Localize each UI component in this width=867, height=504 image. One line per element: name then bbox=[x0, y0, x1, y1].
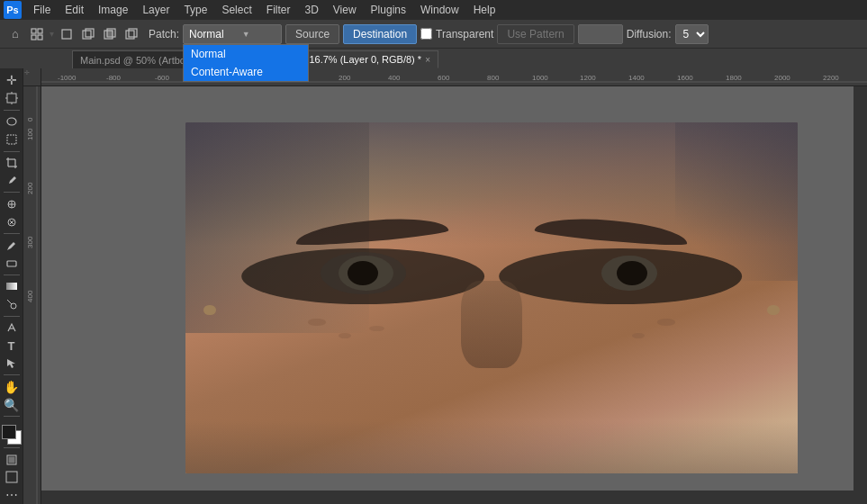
svg-rect-18 bbox=[7, 135, 16, 144]
source-button[interactable]: Source bbox=[285, 24, 339, 44]
gradient-tool[interactable] bbox=[2, 278, 22, 295]
screen-mode-icon[interactable] bbox=[2, 469, 22, 486]
pen-tool[interactable] bbox=[2, 320, 22, 337]
svg-rect-28 bbox=[7, 261, 16, 266]
diffusion-select[interactable]: 5 1 2 3 4 6 7 bbox=[675, 24, 709, 44]
move-tool[interactable]: ✛ bbox=[2, 72, 22, 89]
ruler-vertical: 0 100 200 300 400 bbox=[23, 86, 41, 504]
svg-rect-12 bbox=[7, 94, 16, 103]
menu-layer[interactable]: Layer bbox=[136, 2, 176, 18]
menu-file[interactable]: File bbox=[27, 2, 57, 18]
svg-text:200: 200 bbox=[339, 74, 351, 82]
pattern-swatch[interactable] bbox=[578, 24, 623, 44]
svg-text:1600: 1600 bbox=[677, 74, 693, 82]
dropdown-option-normal[interactable]: Normal bbox=[184, 45, 308, 63]
marquee-tool[interactable] bbox=[2, 131, 22, 148]
home-icon[interactable]: ⌂ bbox=[5, 24, 25, 44]
svg-text:0: 0 bbox=[26, 117, 34, 122]
toolbar-divider-9 bbox=[4, 447, 20, 448]
svg-rect-0 bbox=[32, 29, 36, 33]
canvas-image-area[interactable] bbox=[41, 86, 867, 504]
zoom-tool[interactable]: 🔍 bbox=[2, 396, 22, 413]
options-bar: ⌂ ▾ bbox=[0, 20, 867, 49]
vertical-scrollbar[interactable] bbox=[853, 86, 867, 504]
svg-rect-29 bbox=[6, 283, 17, 290]
ruler-horizontal: -1000 -800 -600 -400 -200 0 200 400 600 … bbox=[41, 68, 867, 86]
more-options-btn[interactable]: ⋯ bbox=[2, 487, 22, 504]
toolbar-divider-2 bbox=[4, 151, 20, 152]
canvas-content bbox=[185, 122, 798, 473]
canvas-area[interactable]: ✛ -1000 -800 -600 -400 -200 0 200 400 60… bbox=[23, 68, 867, 504]
eraser-tool[interactable] bbox=[2, 255, 22, 272]
lasso-tool[interactable] bbox=[2, 113, 22, 130]
svg-text:100: 100 bbox=[26, 128, 34, 140]
tab-dog-close[interactable]: × bbox=[425, 55, 430, 65]
toolbar-divider-7 bbox=[4, 374, 20, 375]
menu-select[interactable]: Select bbox=[215, 2, 257, 18]
transparent-label: Transparent bbox=[436, 28, 493, 40]
menu-type[interactable]: Type bbox=[177, 2, 213, 18]
patch-dropdown-container: Normal ▼ Normal Content-Aware bbox=[183, 24, 282, 44]
path-selection-tool[interactable] bbox=[2, 356, 22, 373]
eyedropper-tool[interactable] bbox=[2, 172, 22, 189]
patch-label: Patch: bbox=[149, 28, 179, 40]
quick-mask-icon[interactable] bbox=[2, 451, 22, 468]
svg-text:2200: 2200 bbox=[823, 74, 839, 82]
svg-text:-600: -600 bbox=[155, 74, 170, 82]
brush-tool[interactable] bbox=[2, 237, 22, 254]
horizontal-scrollbar[interactable] bbox=[41, 490, 867, 504]
svg-rect-11 bbox=[129, 29, 137, 37]
toolbar-divider-8 bbox=[4, 416, 20, 417]
menu-help[interactable]: Help bbox=[467, 2, 502, 18]
crop-tool[interactable] bbox=[2, 155, 22, 172]
svg-text:400: 400 bbox=[388, 74, 401, 82]
dropdown-option-content-aware[interactable]: Content-Aware bbox=[184, 63, 308, 81]
text-tool[interactable]: T bbox=[2, 338, 22, 355]
svg-rect-9 bbox=[107, 31, 113, 36]
hand-tool[interactable]: ✋ bbox=[2, 378, 22, 395]
svg-text:800: 800 bbox=[487, 74, 500, 82]
svg-rect-33 bbox=[9, 457, 14, 463]
menu-image[interactable]: Image bbox=[92, 2, 134, 18]
menu-3d[interactable]: 3D bbox=[298, 2, 324, 18]
patch-dropdown[interactable]: Normal ▼ bbox=[183, 24, 282, 44]
rect-select-icon[interactable] bbox=[57, 24, 77, 44]
subtract-icon[interactable] bbox=[78, 24, 98, 44]
foreground-color-swatch[interactable] bbox=[2, 425, 16, 439]
intersect-icon[interactable] bbox=[100, 24, 120, 44]
svg-text:-1000: -1000 bbox=[58, 74, 77, 82]
artboard-tool[interactable] bbox=[2, 90, 22, 107]
menu-edit[interactable]: Edit bbox=[59, 2, 90, 18]
menu-view[interactable]: View bbox=[327, 2, 363, 18]
tool-icon-group: ⌂ ▾ bbox=[5, 24, 141, 44]
svg-rect-5 bbox=[83, 31, 91, 39]
svg-text:2000: 2000 bbox=[774, 74, 790, 82]
svg-rect-1 bbox=[38, 29, 42, 33]
ruler-corner: ✛ bbox=[23, 68, 41, 86]
arrange-icon[interactable] bbox=[27, 24, 47, 44]
patch-tool[interactable] bbox=[2, 195, 22, 212]
toolbar-divider-1 bbox=[4, 110, 20, 111]
tab-bar: Main.psd @ 50% (Artboard 10, RGB/8) × do… bbox=[0, 49, 867, 68]
svg-rect-4 bbox=[62, 30, 71, 39]
svg-line-31 bbox=[7, 300, 12, 304]
dodge-tool[interactable] bbox=[2, 296, 22, 313]
menu-filter[interactable]: Filter bbox=[260, 2, 297, 18]
svg-text:-800: -800 bbox=[106, 74, 122, 82]
heal-tool[interactable] bbox=[2, 213, 22, 230]
svg-rect-2 bbox=[32, 35, 36, 40]
transparent-checkbox[interactable] bbox=[420, 28, 432, 40]
patch-dropdown-menu: Normal Content-Aware bbox=[183, 44, 309, 82]
svg-text:1800: 1800 bbox=[726, 74, 742, 82]
use-pattern-button[interactable]: Use Pattern bbox=[497, 24, 573, 44]
color-swatches[interactable] bbox=[0, 423, 23, 445]
menu-window[interactable]: Window bbox=[414, 2, 465, 18]
svg-text:600: 600 bbox=[438, 74, 450, 82]
svg-rect-34 bbox=[6, 472, 17, 482]
toolbar-divider-6 bbox=[4, 316, 20, 317]
destination-button[interactable]: Destination bbox=[343, 24, 417, 44]
svg-rect-3 bbox=[38, 35, 42, 40]
exclude-icon[interactable] bbox=[122, 24, 141, 44]
menu-plugins[interactable]: Plugins bbox=[365, 2, 412, 18]
svg-text:400: 400 bbox=[26, 290, 34, 302]
